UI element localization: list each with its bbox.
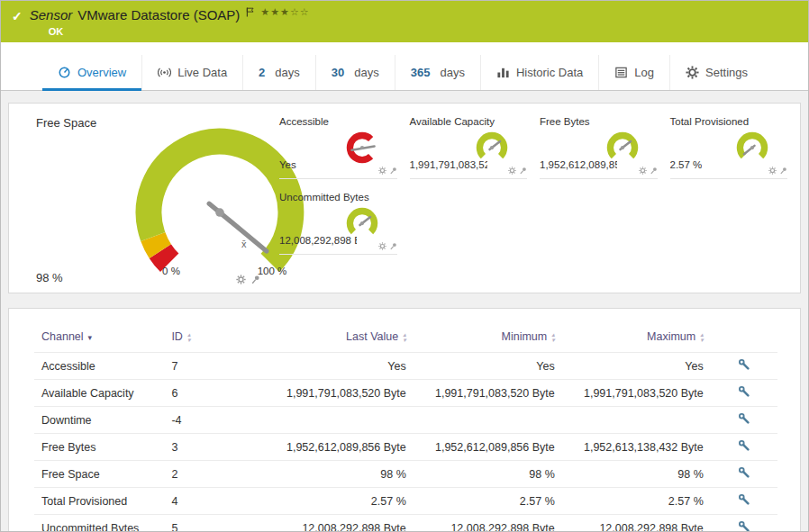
sensor-title: VMware Datastore (SOAP) bbox=[77, 7, 240, 23]
tab-historic-data[interactable]: Historic Data bbox=[480, 55, 598, 90]
channel-id: 6 bbox=[164, 380, 246, 407]
gauge-mean-marker: x̄ bbox=[241, 239, 247, 249]
last-value bbox=[246, 407, 414, 434]
maximum-value: 2.57 % bbox=[562, 488, 711, 515]
maximum-value: 1,952,613,138,432 Byte bbox=[562, 434, 711, 461]
channel-name: Downtime bbox=[34, 407, 164, 434]
table-row-uncommitted-bytes: Uncommitted Bytes 5 12,008,292,898 Byte … bbox=[34, 515, 777, 532]
sort-both-icon: ▴▾ bbox=[187, 332, 191, 343]
tile-gear-icon[interactable] bbox=[508, 167, 516, 175]
tab-2-days[interactable]: 2 days bbox=[242, 55, 315, 90]
tab-settings[interactable]: Settings bbox=[669, 55, 763, 90]
gauge-gear-icon[interactable] bbox=[236, 275, 246, 284]
channel-id: 3 bbox=[164, 434, 246, 461]
col-header-minimum[interactable]: Minimum▴▾ bbox=[414, 327, 562, 353]
tile-available-capacity[interactable]: Available Capacity 1,991,791,083,520 … bbox=[410, 114, 528, 179]
gauge-pin-icon[interactable] bbox=[250, 275, 260, 284]
minimum-value: Yes bbox=[414, 353, 562, 380]
accessible-mini-gauge bbox=[341, 128, 383, 164]
last-value: 98 % bbox=[246, 461, 414, 488]
tab-live-data[interactable]: Live Data bbox=[141, 55, 242, 90]
gauge-min-label: 0 % bbox=[162, 266, 180, 276]
tile-free-bytes[interactable]: Free Bytes 1,952,612,089,856 … bbox=[540, 114, 658, 179]
maximum-value: Yes bbox=[562, 353, 711, 380]
gauge-value-label: 98 % bbox=[36, 271, 63, 284]
minimum-value: 1,991,791,083,520 Byte bbox=[414, 380, 562, 407]
col-header-last-value[interactable]: Last Value▴▾ bbox=[246, 327, 414, 353]
channel-id: 2 bbox=[164, 461, 246, 488]
gauge-pivot bbox=[215, 208, 224, 217]
tile-pin-icon[interactable] bbox=[650, 167, 658, 175]
last-value: 1,991,791,083,520 Byte bbox=[246, 380, 414, 407]
tile-total-provisioned[interactable]: Total Provisioned 2.57 % bbox=[670, 114, 788, 179]
channel-settings-wrench-icon[interactable] bbox=[738, 493, 750, 506]
tab-overview[interactable]: Overview bbox=[42, 55, 141, 90]
channel-name: Free Space bbox=[34, 461, 164, 488]
col-header-maximum[interactable]: Maximum▴▾ bbox=[562, 327, 711, 353]
live-data-icon bbox=[158, 66, 171, 79]
channel-name: Available Capacity bbox=[34, 380, 164, 407]
last-value: 12,008,292,898 Byte bbox=[246, 515, 414, 532]
maximum-value bbox=[562, 407, 711, 434]
tile-pin-icon[interactable] bbox=[389, 242, 397, 250]
tile-pin-icon[interactable] bbox=[519, 167, 527, 175]
col-header-id[interactable]: ID▴▾ bbox=[164, 327, 246, 353]
gauge-red-zone bbox=[160, 251, 169, 263]
channel-name: Total Provisioned bbox=[34, 488, 164, 515]
tile-uncommitted-bytes[interactable]: Uncommitted Bytes 12,008,292,898 Byte bbox=[279, 190, 397, 255]
tab-30-days[interactable]: 30 days bbox=[315, 55, 395, 90]
channel-settings-wrench-icon[interactable] bbox=[738, 520, 750, 532]
free-bytes-mini-gauge bbox=[602, 128, 643, 164]
overview-icon bbox=[58, 66, 71, 79]
channel-settings-wrench-icon[interactable] bbox=[738, 385, 750, 398]
channel-id: 5 bbox=[164, 515, 246, 532]
minimum-value: 98 % bbox=[414, 461, 562, 488]
col-header-tools bbox=[711, 327, 777, 353]
prtg-sensor-page: ✓ Sensor VMware Datastore (SOAP) ★★★☆☆ O… bbox=[0, 0, 809, 532]
channel-table: Channel▾ ID▴▾ Last Value▴▾ Minimum▴▾ Max… bbox=[34, 327, 777, 532]
priority-stars[interactable]: ★★★☆☆ bbox=[260, 6, 309, 18]
channel-settings-wrench-icon[interactable] bbox=[738, 358, 750, 371]
sort-desc-icon: ▾ bbox=[88, 333, 93, 342]
minimum-value bbox=[414, 407, 562, 434]
tile-gear-icon[interactable] bbox=[639, 167, 647, 175]
gauge-amber-zone bbox=[153, 237, 160, 251]
gauge-max-label: 100 % bbox=[258, 266, 287, 276]
gauges-panel: Free Space 0 % 100 % x̄ 98 % Accessible bbox=[8, 103, 801, 293]
channel-settings-wrench-icon[interactable] bbox=[738, 466, 750, 479]
tile-gear-icon[interactable] bbox=[378, 242, 386, 250]
tab-bar: Overview Live Data 2 days 30 days 365 da… bbox=[1, 42, 808, 91]
table-row-available-capacity: Available Capacity 6 1,991,791,083,520 B… bbox=[34, 380, 777, 407]
sensor-status-header: ✓ Sensor VMware Datastore (SOAP) ★★★☆☆ O… bbox=[1, 1, 808, 42]
mini-gauge-grid: Accessible Yes Available Capacity bbox=[279, 114, 787, 255]
sort-both-icon: ▴▾ bbox=[700, 332, 704, 343]
last-value: 2.57 % bbox=[246, 488, 414, 515]
flag-icon[interactable] bbox=[245, 6, 255, 18]
maximum-value: 98 % bbox=[562, 461, 711, 488]
channel-settings-wrench-icon[interactable] bbox=[738, 439, 750, 452]
minimum-value: 1,952,612,089,856 Byte bbox=[414, 434, 562, 461]
channel-settings-wrench-icon[interactable] bbox=[738, 412, 750, 425]
minimum-value: 2.57 % bbox=[414, 488, 562, 515]
sensor-heading: Sensor VMware Datastore (SOAP) ★★★☆☆ OK bbox=[30, 7, 310, 37]
tile-pin-icon[interactable] bbox=[389, 167, 397, 175]
total-provisioned-mini-gauge bbox=[732, 128, 773, 164]
channel-id: 7 bbox=[164, 353, 246, 380]
tile-accessible[interactable]: Accessible Yes bbox=[279, 114, 397, 179]
uncommitted-bytes-mini-gauge bbox=[341, 203, 383, 239]
maximum-value: 12,008,292,898 Byte bbox=[562, 515, 711, 532]
historic-data-icon bbox=[496, 66, 510, 79]
table-row-downtime: Downtime -4 bbox=[34, 407, 777, 434]
channel-name: Free Bytes bbox=[34, 434, 164, 461]
table-row-free-space: Free Space 2 98 % 98 % 98 % bbox=[34, 461, 777, 488]
last-value: 1,952,612,089,856 Byte bbox=[246, 434, 414, 461]
tile-gear-icon[interactable] bbox=[378, 167, 386, 175]
minimum-value: 12,008,292,898 Byte bbox=[414, 515, 562, 532]
tab-365-days[interactable]: 365 days bbox=[395, 55, 480, 90]
col-header-channel[interactable]: Channel▾ bbox=[34, 327, 164, 353]
tile-gear-icon[interactable] bbox=[768, 167, 777, 175]
tab-log[interactable]: Log bbox=[598, 55, 669, 90]
tile-pin-icon[interactable] bbox=[779, 167, 787, 175]
table-row-total-provisioned: Total Provisioned 4 2.57 % 2.57 % 2.57 % bbox=[34, 488, 777, 515]
table-row-accessible: Accessible 7 Yes Yes Yes bbox=[34, 353, 777, 380]
